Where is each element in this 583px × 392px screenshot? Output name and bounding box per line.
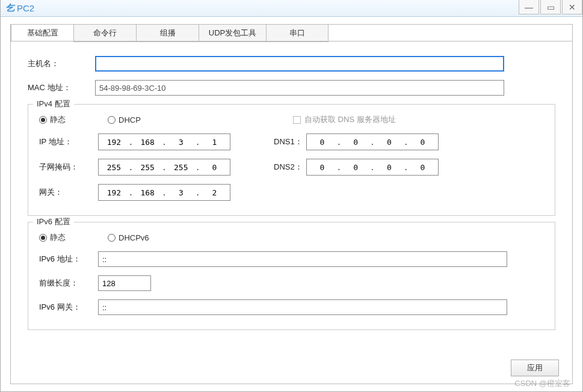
gateway-input[interactable]: . . .	[98, 184, 230, 201]
dns1-input[interactable]: . . .	[306, 133, 439, 150]
row-ip: IP 地址： . . . DNS1： . . .	[39, 133, 544, 150]
window-controls: — ▭ ✕	[517, 0, 582, 14]
dns2-col: DNS2： . . .	[274, 159, 439, 176]
ipv6-prefix-input[interactable]	[98, 275, 151, 291]
dns1-label: DNS1：	[274, 136, 306, 147]
ipv6-legend: IPv6 配置	[33, 216, 74, 227]
ipv6-addr-label: IPv6 地址：	[39, 254, 98, 265]
content-area: 基础配置 命令行 组播 UDP发包工具 串口 主机名： MAC 地址： IPv4…	[1, 17, 582, 391]
ipv4-mode-row: 静态 DHCP 自动获取 DNS 服务器地址	[39, 114, 544, 125]
window-title: PC2	[17, 3, 34, 13]
row-ipv6-prefix: 前缀长度：	[39, 275, 544, 291]
row-mask: 子网掩码： . . . DNS2： . . .	[39, 159, 544, 176]
ip-address-input[interactable]: . . .	[98, 133, 230, 150]
row-ipv6-gw: IPv6 网关：	[39, 299, 544, 315]
ipv4-fieldset: IPv4 配置 静态 DHCP 自动获取 DNS 服务器地址	[28, 104, 555, 216]
tab-command-line[interactable]: 命令行	[73, 24, 136, 42]
dns2-input[interactable]: . . .	[306, 159, 439, 176]
ipv6-static-radio[interactable]: 静态	[39, 232, 108, 243]
radio-checked-icon	[39, 234, 47, 242]
tab-multicast[interactable]: 组播	[136, 24, 199, 42]
row-hostname: 主机名：	[28, 56, 555, 72]
mask-label: 子网掩码：	[39, 162, 98, 173]
dns1-col: DNS1： . . .	[274, 133, 439, 150]
app-window: 乞 PC2 — ▭ ✕ 基础配置 命令行 组播 UDP发包工具 串口 主机名：	[0, 0, 583, 392]
auto-dns-checkbox[interactable]: 自动获取 DNS 服务器地址	[293, 114, 396, 125]
subnet-mask-input[interactable]: . . .	[98, 159, 230, 176]
radio-checked-icon	[39, 116, 47, 124]
maximize-button[interactable]: ▭	[540, 0, 561, 14]
ipv4-static-radio[interactable]: 静态	[39, 114, 108, 125]
dns2-label: DNS2：	[274, 162, 306, 173]
checkbox-unchecked-icon	[293, 116, 301, 124]
row-ipv6-addr: IPv6 地址：	[39, 251, 544, 267]
ipv6-gw-label: IPv6 网关：	[39, 302, 98, 313]
tab-udp-tool[interactable]: UDP发包工具	[199, 24, 266, 42]
gw-label: 网关：	[39, 187, 98, 198]
tab-basic-config[interactable]: 基础配置	[11, 24, 73, 42]
apply-button[interactable]: 应用	[511, 360, 559, 376]
tab-serial[interactable]: 串口	[266, 24, 329, 42]
titlebar: 乞 PC2 — ▭ ✕	[1, 0, 582, 17]
mac-input[interactable]	[95, 80, 504, 96]
radio-unchecked-icon	[108, 234, 116, 242]
row-gateway: 网关： . . .	[39, 184, 544, 201]
hostname-label: 主机名：	[28, 58, 95, 69]
ipv6-dhcpv6-radio[interactable]: DHCPv6	[108, 233, 149, 242]
ip-label: IP 地址：	[39, 136, 98, 147]
tab-bar: 基础配置 命令行 组播 UDP发包工具 串口	[11, 24, 572, 42]
mac-label: MAC 地址：	[28, 82, 95, 93]
row-mac: MAC 地址：	[28, 80, 555, 96]
minimize-button[interactable]: —	[519, 0, 539, 14]
radio-unchecked-icon	[108, 116, 116, 124]
close-button[interactable]: ✕	[562, 0, 582, 14]
ipv6-mode-row: 静态 DHCPv6	[39, 232, 544, 243]
ipv6-address-input[interactable]	[98, 251, 507, 267]
ipv6-fieldset: IPv6 配置 静态 DHCPv6 IPv6 地址：	[28, 222, 555, 330]
ipv6-prefix-label: 前缀长度：	[39, 278, 98, 289]
hostname-input[interactable]	[95, 56, 504, 72]
ipv6-gateway-input[interactable]	[98, 299, 507, 315]
app-logo-icon: 乞	[5, 2, 14, 14]
apply-row: 应用	[511, 360, 559, 376]
tab-content-basic: 主机名： MAC 地址： IPv4 配置 静态	[11, 41, 572, 384]
ipv4-legend: IPv4 配置	[33, 99, 74, 109]
main-panel: 基础配置 命令行 组播 UDP发包工具 串口 主机名： MAC 地址： IPv4…	[10, 24, 573, 384]
ipv4-dhcp-radio[interactable]: DHCP	[108, 115, 176, 124]
